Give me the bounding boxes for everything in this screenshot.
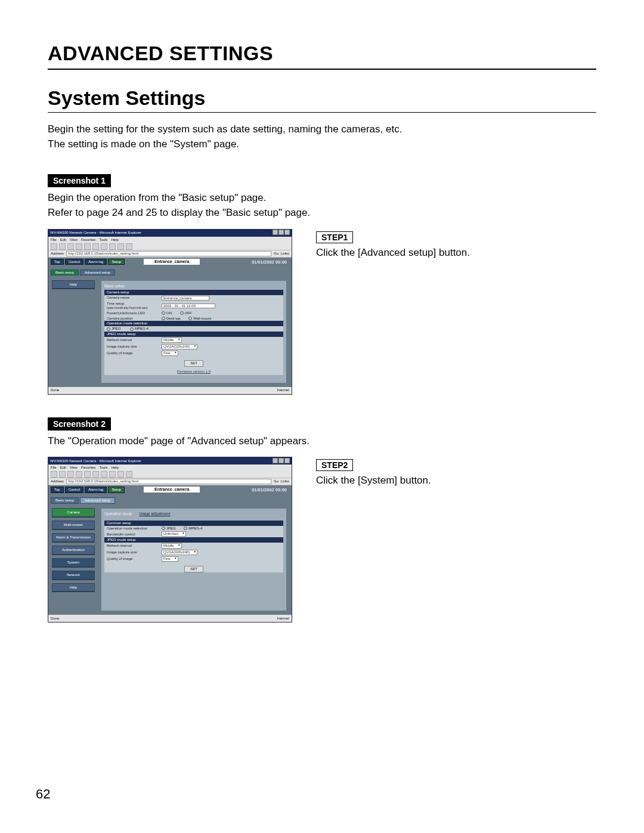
radio-mpeg4: MPEG-4 [130, 327, 148, 331]
subtab-advanced-setup: Advanced setup [80, 270, 115, 276]
screenshot-2-image: WV-NM100 Network Camera - Microsoft Inte… [48, 457, 292, 623]
go-button: Go [274, 479, 278, 484]
section-heading: System Settings [48, 86, 596, 110]
stop-icon [67, 243, 74, 250]
screenshot-2-badge: Screenshot 2 [48, 417, 111, 431]
fwd-icon [59, 243, 66, 250]
inner-tab-operation-mode: Operation mode [104, 512, 132, 516]
screenshot-1-text-1: Begin the operation from the "Basic setu… [48, 191, 596, 206]
home-icon [84, 243, 91, 250]
tab-setup: Setup [108, 259, 125, 265]
value-size: QVGA(320x240) [162, 344, 197, 349]
label-refresh: Refresh interval [107, 544, 158, 548]
radio-mpeg4: MPEG-4 [184, 527, 202, 531]
value-time: 2002 - 01 - 01 12:00 [162, 304, 215, 308]
radio-on: ON [162, 311, 172, 315]
label-quality: Quality of image [107, 351, 158, 355]
subheading-rule [48, 112, 596, 113]
subtab-basic-setup: Basic setup [51, 497, 79, 504]
tab-top: Top [51, 259, 64, 265]
screenshot-1-image: WV-NM100 Network Camera - Microsoft Inte… [48, 229, 292, 395]
screenshot-1-section: Screenshot 1 Begin the operation from th… [48, 174, 596, 394]
menu-help: Help [112, 466, 119, 470]
camera-name-display: Entrance_camera [144, 259, 200, 265]
sidebar-multiscreen: Multi-screen [52, 521, 95, 529]
camera-name-display: Entrance_camera [144, 487, 200, 493]
label-bandwidth: Bandwidth control [107, 532, 158, 537]
tab-control: Control [65, 259, 83, 265]
datetime-display: 01/01/2002 00:00 [252, 488, 287, 493]
value-bandwidth: Unlimited [162, 531, 186, 537]
set-button: SET [184, 566, 203, 572]
tab-alarmlog: Alarm log [85, 487, 107, 493]
subtab-basic-setup: Basic setup [51, 270, 79, 276]
favorites-icon [101, 471, 107, 478]
back-icon [51, 243, 57, 250]
value-quality: Fine [162, 556, 178, 562]
refresh-icon [76, 471, 82, 478]
intro-line-1: Begin the setting for the system such as… [48, 122, 596, 137]
address-label: Address [51, 479, 64, 484]
sidebar-network: Network [52, 571, 95, 580]
label-size: Image capture size [107, 550, 158, 555]
screenshot-1-text-2: Refer to page 24 and 25 to display the "… [48, 206, 596, 221]
bar-operation-mode: Operation mode selection [104, 321, 283, 326]
browser-address-bar: Address http://192.168.0.10/admin/index_… [48, 250, 292, 258]
sidebar-system: System [52, 558, 95, 567]
subtab-advanced-setup: Advanced setup [80, 497, 115, 504]
tab-control: Control [65, 487, 83, 493]
window-buttons [272, 230, 290, 236]
search-icon [92, 471, 99, 478]
print-icon [126, 243, 132, 250]
links-label: Links [281, 252, 289, 256]
window-title: WV-NM100 Network Camera - Microsoft Inte… [50, 459, 141, 463]
screenshot-2-section: Screenshot 2 The "Operation mode" page o… [48, 417, 596, 623]
firmware-version: Firmware version 1.0 [104, 368, 283, 375]
set-button: SET [184, 360, 203, 367]
menu-edit: Edit [60, 238, 66, 242]
menu-view: View [70, 238, 78, 242]
heading-rule [48, 69, 596, 70]
mail-icon [117, 243, 124, 250]
menu-file: File [51, 466, 57, 470]
label-size: Image capture size [107, 345, 158, 349]
panel-title: Basic setup [104, 284, 283, 288]
history-icon [109, 471, 116, 478]
tab-setup: Setup [108, 487, 125, 493]
menu-edit: Edit [60, 466, 66, 470]
window-buttons [272, 458, 290, 465]
browser-menubar: File Edit View Favorites Tools Help [48, 465, 292, 471]
bar-jpeg-mode: JPEG mode setup [104, 332, 283, 337]
sidebar-authentication: Authentication [52, 546, 95, 555]
status-left: Done [51, 388, 59, 392]
value-size: QVGA(320x240) [162, 550, 197, 555]
tab-top: Top [51, 487, 64, 493]
back-icon [51, 471, 57, 478]
status-right: Internet [277, 617, 289, 621]
sidebar-help: Help [52, 583, 95, 592]
value-camera-name: Entrance_camera [162, 296, 209, 301]
menu-tools: Tools [100, 238, 108, 242]
radio-desktop: Desk top [162, 317, 181, 321]
window-title: WV-NM100 Network Camera - Microsoft Inte… [50, 231, 141, 235]
menu-favorites: Favorites [81, 238, 96, 242]
step1-label: STEP1 [316, 231, 353, 243]
datetime-display: 01/01/2002 00:00 [252, 260, 287, 265]
value-refresh: Middle [162, 543, 182, 549]
mail-icon [117, 471, 124, 478]
intro-line-2: The setting is made on the "System" page… [48, 137, 596, 152]
browser-menubar: File Edit View Favorites Tools Help [48, 237, 292, 243]
inner-tab-image-adjustment: Image adjustment [140, 512, 171, 518]
tab-alarmlog: Alarm log [85, 259, 107, 265]
address-label: Address [51, 252, 64, 256]
home-icon [84, 471, 91, 478]
refresh-icon [76, 243, 82, 250]
radio-jpeg: JPEG [107, 327, 121, 331]
step2-text: Click the [System] button. [316, 475, 531, 487]
screenshot-1-badge: Screenshot 1 [48, 174, 111, 187]
menu-view: View [70, 466, 78, 470]
menu-tools: Tools [100, 466, 108, 470]
value-refresh: Middle [162, 337, 182, 343]
screenshot-2-text-1: The "Operation mode" page of "Advanced s… [48, 434, 596, 449]
status-left: Done [51, 617, 59, 621]
